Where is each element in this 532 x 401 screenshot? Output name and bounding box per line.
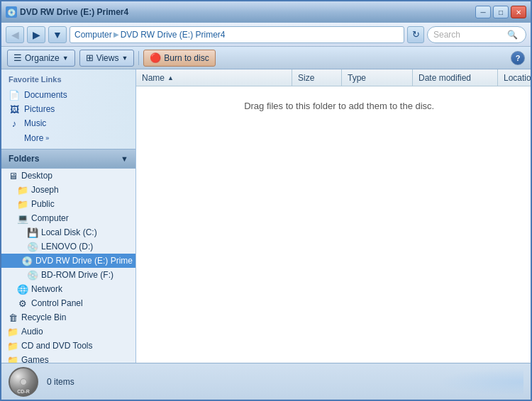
- tree-icon-bd-rom-f: 💿: [27, 269, 38, 281]
- title-bar: 💿 DVD RW Drive (E:) Primer4 ─ □ ✕: [1, 1, 531, 23]
- organize-button[interactable]: ☰ Organize ▼: [7, 50, 75, 67]
- breadcrumb-current[interactable]: DVD RW Drive (E:) Primer4: [121, 30, 226, 40]
- tree-label-bd-rom-f: BD-ROM Drive (F:): [41, 270, 113, 280]
- tree-icon-recycle-bin: 🗑: [7, 312, 18, 323]
- tree-icon-public: 📁: [17, 198, 28, 210]
- tree-item-joseph[interactable]: 📁Joseph: [1, 183, 135, 197]
- tree-icon-lenovo-d: 💿: [27, 241, 38, 252]
- more-chevron-icon: »: [45, 135, 49, 142]
- cd-icon: CD-R: [9, 367, 38, 397]
- col-header-location[interactable]: Location: [498, 69, 531, 86]
- music-label: Music: [24, 118, 46, 128]
- views-dropdown-icon: ▼: [121, 55, 128, 62]
- maximize-button[interactable]: □: [493, 6, 509, 18]
- search-box: Search 🔍: [427, 26, 526, 43]
- tree-icon-local-disk-c: 💾: [27, 227, 38, 238]
- more-link[interactable]: More »: [9, 133, 128, 143]
- documents-icon: 📄: [9, 89, 20, 101]
- window-title: DVD RW Drive (E:) Primer4: [20, 7, 128, 17]
- column-headers: Name ▲ Size Type Date modified Location: [136, 69, 531, 86]
- col-name-label: Name: [142, 73, 165, 83]
- tree-icon-desktop: 🖥: [7, 170, 18, 181]
- tree-item-lenovo-d[interactable]: 💿LENOVO (D:): [1, 239, 135, 254]
- tree-item-cd-dvd-tools[interactable]: 📁CD and DVD Tools: [1, 339, 135, 353]
- tree-icon-network: 🌐: [17, 283, 28, 295]
- tree-item-computer[interactable]: 💻Computer: [1, 211, 135, 225]
- tree-icon-computer: 💻: [17, 213, 28, 224]
- tree-item-bd-rom-f[interactable]: 💿BD-ROM Drive (F:): [1, 268, 135, 282]
- content-pane: Name ▲ Size Type Date modified Location …: [136, 69, 531, 363]
- tree-item-games[interactable]: 📁Games: [1, 353, 135, 363]
- col-header-size[interactable]: Size: [292, 69, 342, 86]
- pictures-label: Pictures: [24, 104, 55, 114]
- sidebar-item-pictures[interactable]: 🖼 Pictures: [9, 102, 128, 116]
- status-decoration: [438, 368, 523, 396]
- folders-section: Folders ▼ 🖥Desktop📁Joseph📁Public💻Compute…: [1, 149, 135, 363]
- col-size-label: Size: [298, 73, 314, 83]
- title-bar-left: 💿 DVD RW Drive (E:) Primer4: [6, 6, 128, 18]
- tree-item-dvd-rw-e[interactable]: 💿DVD RW Drive (E:) Prime: [1, 254, 135, 268]
- main-window: 💿 DVD RW Drive (E:) Primer4 ─ □ ✕ ◀ ▶ ▼ …: [0, 0, 532, 401]
- tree-label-desktop: Desktop: [21, 171, 52, 181]
- sidebar-item-documents[interactable]: 📄 Documents: [9, 88, 128, 102]
- tree-icon-dvd-rw-e: 💿: [21, 255, 33, 266]
- tree-icon-joseph: 📁: [17, 184, 28, 196]
- burn-label: Burn to disc: [164, 53, 209, 63]
- sidebar: Favorite Links 📄 Documents 🖼 Pictures ♪ …: [1, 69, 136, 363]
- tree-item-public[interactable]: 📁Public: [1, 197, 135, 211]
- tree-item-network[interactable]: 🌐Network: [1, 282, 135, 296]
- organize-dropdown-icon: ▼: [62, 55, 69, 62]
- sidebar-item-music[interactable]: ♪ Music: [9, 116, 128, 130]
- help-button[interactable]: ?: [511, 51, 525, 65]
- tree-item-local-disk-c[interactable]: 💾Local Disk (C:): [1, 225, 135, 239]
- tree-label-public: Public: [31, 199, 55, 209]
- address-bar: ◀ ▶ ▼ Computer ▶ DVD RW Drive (E:) Prime…: [1, 23, 531, 47]
- folders-header[interactable]: Folders ▼: [1, 149, 135, 169]
- tree-item-desktop[interactable]: 🖥Desktop: [1, 169, 135, 183]
- tree-label-control-panel: Control Panel: [31, 298, 83, 308]
- empty-message: Drag files to this folder to add them to…: [244, 101, 434, 111]
- folders-tree[interactable]: 🖥Desktop📁Joseph📁Public💻Computer💾Local Di…: [1, 169, 135, 363]
- burn-button[interactable]: 🔴 Burn to disc: [143, 50, 215, 67]
- main-area: Favorite Links 📄 Documents 🖼 Pictures ♪ …: [1, 69, 531, 363]
- tree-item-audio[interactable]: 📁Audio: [1, 324, 135, 339]
- tree-icon-audio: 📁: [7, 326, 18, 337]
- col-header-name[interactable]: Name ▲: [136, 69, 292, 86]
- pictures-icon: 🖼: [9, 103, 20, 115]
- status-bar: CD-R 0 items: [1, 363, 531, 400]
- col-header-date[interactable]: Date modified: [413, 69, 498, 86]
- views-button[interactable]: ⊞ Views ▼: [79, 50, 135, 67]
- search-button[interactable]: 🔍: [504, 27, 520, 43]
- burn-icon: 🔴: [150, 52, 161, 63]
- window-controls: ─ □ ✕: [475, 6, 526, 18]
- tree-icon-games: 📁: [7, 354, 18, 363]
- cd-label: CD-R: [10, 389, 37, 394]
- tree-item-control-panel[interactable]: ⚙Control Panel: [1, 296, 135, 310]
- views-icon: ⊞: [86, 52, 94, 63]
- views-label: Views: [96, 53, 119, 63]
- item-count: 0 items: [47, 377, 74, 387]
- tree-label-computer: Computer: [31, 213, 69, 223]
- tree-label-lenovo-d: LENOVO (D:): [41, 242, 93, 252]
- tree-label-joseph: Joseph: [31, 185, 59, 195]
- forward-button[interactable]: ▶: [27, 26, 45, 43]
- col-header-type[interactable]: Type: [342, 69, 413, 86]
- breadcrumb-computer[interactable]: Computer: [74, 30, 112, 40]
- toolbar: ☰ Organize ▼ ⊞ Views ▼ 🔴 Burn to disc ?: [1, 47, 531, 69]
- close-button[interactable]: ✕: [511, 6, 526, 18]
- dropdown-button[interactable]: ▼: [48, 26, 67, 43]
- tree-label-local-disk-c: Local Disk (C:): [41, 227, 97, 237]
- tree-label-network: Network: [31, 284, 62, 294]
- empty-area: Drag files to this folder to add them to…: [136, 86, 531, 363]
- back-button[interactable]: ◀: [6, 26, 24, 43]
- tree-item-recycle-bin[interactable]: 🗑Recycle Bin: [1, 310, 135, 324]
- breadcrumb[interactable]: Computer ▶ DVD RW Drive (E:) Primer4: [70, 26, 404, 43]
- tree-icon-control-panel: ⚙: [17, 298, 28, 309]
- refresh-button[interactable]: ↻: [407, 26, 424, 43]
- minimize-button[interactable]: ─: [475, 6, 491, 18]
- organize-label: Organize: [25, 53, 60, 63]
- folders-label: Folders: [9, 154, 39, 164]
- tree-label-games: Games: [21, 355, 49, 363]
- favorite-links-title: Favorite Links: [9, 75, 128, 84]
- favorite-links: Favorite Links 📄 Documents 🖼 Pictures ♪ …: [1, 69, 135, 149]
